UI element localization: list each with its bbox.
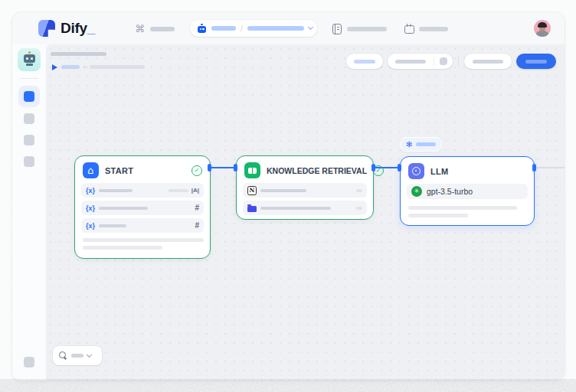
spinner-icon: ✻ — [406, 141, 412, 149]
check-circle-icon: ✓ — [191, 165, 202, 176]
book-icon — [332, 24, 342, 34]
edge-start-to-knowledge — [211, 167, 236, 168]
status-dot — [83, 66, 86, 68]
left-sidebar — [12, 44, 46, 381]
llm-model-row: ✳ gpt-3.5-turbo — [407, 184, 528, 199]
dataset-name-placeholder — [260, 189, 306, 192]
port-knowledge-input[interactable] — [234, 164, 237, 172]
canvas-toolbar — [346, 54, 556, 69]
toolbar-divider — [458, 56, 459, 67]
start-description-placeholder — [83, 238, 204, 242]
preview-button[interactable] — [464, 54, 512, 69]
current-app-icon[interactable] — [18, 48, 41, 71]
workflow-title-placeholder — [51, 52, 106, 56]
workflow-name-placeholder — [247, 26, 304, 31]
knowledge-nav[interactable] — [332, 23, 387, 34]
knowledge-dataset-row: N — [243, 183, 367, 198]
dataset-meta-placeholder — [356, 207, 362, 210]
plugins-label-placeholder — [419, 27, 448, 31]
port-llm-input[interactable] — [398, 164, 401, 172]
sidebar-item-blocks-active[interactable] — [18, 86, 40, 107]
features-button[interactable] — [346, 54, 383, 69]
chevron-down-icon[interactable] — [87, 351, 92, 357]
llm-description-placeholder — [408, 206, 517, 210]
port-start-output[interactable] — [208, 164, 211, 172]
node-llm-header: LLM — [401, 157, 534, 184]
plugins-nav[interactable] — [404, 23, 448, 34]
dify-app-window: Dify_ ⌘ / — [12, 12, 565, 381]
notion-icon: N — [247, 186, 257, 195]
dify-logo-text: Dify_ — [61, 20, 95, 37]
run-status-placeholder — [61, 65, 80, 69]
zoom-level-placeholder — [71, 354, 83, 358]
node-running-indicator: ✻ — [400, 137, 442, 152]
variable-icon: {x} — [86, 204, 95, 212]
app-name-placeholder — [211, 26, 236, 31]
node-knowledge-retrieval[interactable]: KNOWLEDGE RETRIEVAL ✓ N — [236, 155, 374, 220]
running-label-placeholder — [416, 142, 436, 146]
variable-icon: {x} — [86, 187, 95, 194]
start-variable-row: {x} |A| — [81, 183, 204, 198]
search-zoom-icon — [59, 351, 67, 360]
number-type-icon: # — [195, 221, 199, 230]
node-knowledge-header: KNOWLEDGE RETRIEVAL ✓ — [237, 156, 373, 183]
publish-button[interactable] — [516, 54, 556, 69]
dify-logo-underscore: _ — [87, 20, 95, 36]
workflow-canvas[interactable]: ⌂ START ✓ {x} |A| {x} # {x} # — [46, 44, 565, 381]
dataset-meta-placeholder — [356, 189, 362, 192]
plugin-icon — [404, 24, 414, 34]
node-start[interactable]: ⌂ START ✓ {x} |A| {x} # {x} # — [74, 155, 211, 259]
top-header: Dify_ ⌘ / — [12, 12, 565, 44]
edge-llm-outgoing — [536, 167, 565, 168]
openai-icon: ✳ — [411, 186, 422, 197]
app-robot-icon — [197, 24, 207, 34]
app-breadcrumb[interactable]: / — [190, 20, 317, 37]
dify-logo[interactable]: Dify_ — [38, 20, 95, 37]
number-type-icon: # — [195, 204, 199, 212]
folder-icon — [247, 206, 257, 212]
command-icon: ⌘ — [135, 24, 145, 34]
variable-name-placeholder — [99, 207, 148, 210]
sidebar-item-3[interactable] — [24, 135, 34, 145]
open-book-icon — [244, 162, 260, 178]
publish-label-placeholder — [525, 60, 547, 64]
start-variable-row: {x} # — [81, 201, 204, 215]
chevron-down-icon[interactable] — [308, 24, 313, 30]
llm-icon — [408, 163, 424, 179]
sidebar-item-4[interactable] — [24, 156, 34, 167]
port-knowledge-output[interactable] — [371, 164, 375, 172]
knowledge-dataset-row — [243, 201, 367, 215]
breadcrumb-separator: / — [241, 24, 243, 33]
home-icon: ⌂ — [83, 162, 99, 178]
run-icon[interactable] — [52, 64, 57, 70]
start-variable-row: {x} # — [81, 218, 204, 233]
sidebar-divider — [20, 78, 38, 79]
user-avatar[interactable] — [534, 20, 551, 37]
workspace-name-placeholder — [150, 27, 175, 31]
start-description-placeholder — [83, 246, 162, 250]
zoom-control[interactable] — [53, 346, 102, 365]
variable-value-placeholder — [169, 189, 188, 192]
node-knowledge-title: KNOWLEDGE RETRIEVAL — [267, 166, 367, 175]
variable-name-placeholder — [99, 189, 133, 192]
blocks-icon — [24, 91, 34, 102]
knowledge-label-placeholder — [347, 27, 387, 31]
node-llm[interactable]: LLM ✳ gpt-3.5-turbo — [400, 156, 535, 226]
string-type-icon: |A| — [191, 187, 199, 194]
sidebar-item-2[interactable] — [24, 113, 34, 124]
sidebar-item-settings[interactable] — [24, 357, 34, 368]
model-name: gpt-3.5-turbo — [427, 187, 473, 196]
node-start-title: START — [105, 166, 133, 175]
bottom-noise-band — [0, 379, 576, 392]
dataset-name-placeholder — [260, 207, 331, 210]
variable-icon: {x} — [86, 222, 95, 230]
port-llm-output[interactable] — [532, 164, 536, 172]
features-label-placeholder — [354, 60, 375, 64]
autosave-placeholder — [90, 65, 145, 69]
run-history-split-button[interactable] — [388, 54, 453, 69]
run-label-placeholder — [395, 60, 426, 64]
history-icon-placeholder — [440, 57, 447, 65]
llm-description-placeholder — [408, 214, 468, 217]
variable-name-placeholder — [99, 224, 126, 227]
workspace-switcher[interactable]: ⌘ — [135, 23, 175, 34]
